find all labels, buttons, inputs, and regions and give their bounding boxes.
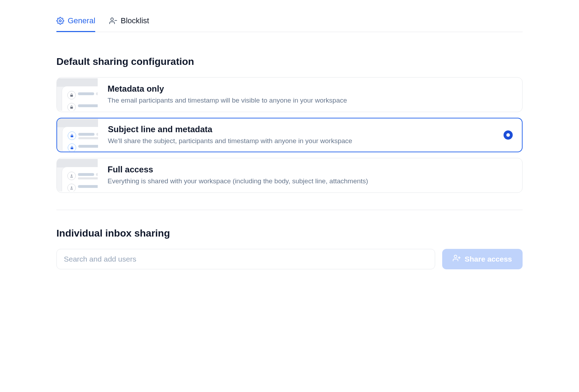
option-metadata-only[interactable]: Metadata only The email participants and… xyxy=(56,77,523,112)
lock-icon xyxy=(67,103,76,111)
search-row: Share access xyxy=(56,249,523,269)
share-access-label: Share access xyxy=(465,255,512,263)
radio-selected-indicator xyxy=(504,130,513,140)
option-thumbnail xyxy=(57,159,98,191)
svg-point-9 xyxy=(454,255,457,258)
tabs: General Blocklist xyxy=(56,14,523,32)
option-title: Metadata only xyxy=(108,84,514,94)
option-full-access[interactable]: Full access Everything is shared with yo… xyxy=(56,158,523,193)
individual-inbox-heading: Individual inbox sharing xyxy=(56,228,523,239)
svg-rect-6 xyxy=(71,147,73,149)
user-icon xyxy=(67,184,76,191)
default-sharing-heading: Default sharing configuration xyxy=(56,56,523,67)
user-plus-icon xyxy=(453,254,461,264)
tab-general[interactable]: General xyxy=(56,14,95,32)
option-description: The email participants and timestamp wil… xyxy=(108,96,514,105)
lock-icon xyxy=(68,143,76,151)
option-thumbnail xyxy=(57,119,98,151)
share-access-button[interactable]: Share access xyxy=(442,249,523,269)
svg-point-0 xyxy=(59,20,61,22)
option-title: Subject line and metadata xyxy=(108,124,514,134)
svg-point-8 xyxy=(71,186,72,188)
option-text: Full access Everything is shared with yo… xyxy=(108,165,514,186)
option-subject-metadata[interactable]: Subject line and metadata We'll share th… xyxy=(56,118,523,153)
option-title: Full access xyxy=(108,165,514,174)
option-text: Metadata only The email participants and… xyxy=(108,84,514,105)
search-users-input[interactable] xyxy=(56,249,435,269)
section-divider xyxy=(56,210,523,210)
gear-icon xyxy=(56,17,64,25)
tab-label: Blocklist xyxy=(121,16,149,25)
svg-rect-4 xyxy=(71,107,73,109)
user-icon xyxy=(67,172,76,180)
option-thumbnail xyxy=(57,78,98,111)
svg-rect-5 xyxy=(71,135,73,137)
svg-point-1 xyxy=(111,18,113,20)
user-minus-icon xyxy=(109,17,117,25)
lock-icon xyxy=(68,131,76,140)
svg-rect-3 xyxy=(71,95,73,97)
option-text: Subject line and metadata We'll share th… xyxy=(108,124,514,146)
svg-point-7 xyxy=(71,174,72,176)
tab-blocklist[interactable]: Blocklist xyxy=(109,14,149,32)
lock-icon xyxy=(67,91,76,99)
option-description: Everything is shared with your workspace… xyxy=(108,177,514,186)
option-description: We'll share the subject, participants an… xyxy=(108,136,514,146)
tab-label: General xyxy=(68,16,95,25)
